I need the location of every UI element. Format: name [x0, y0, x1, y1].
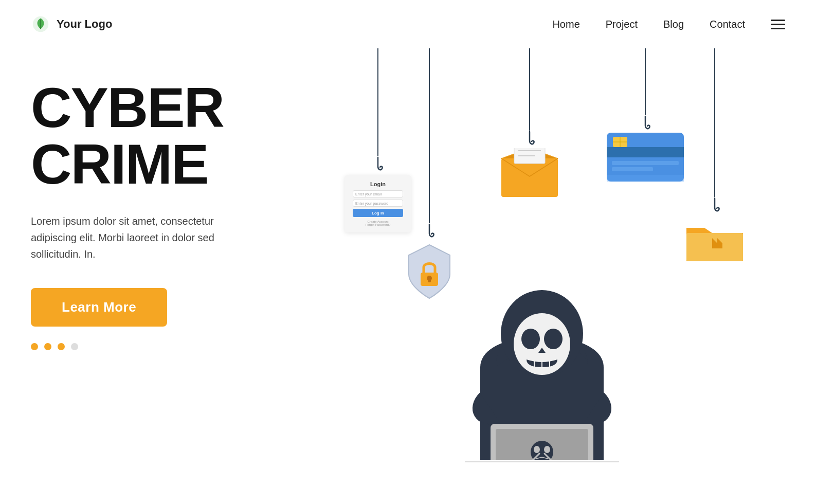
hook-icon-5: [709, 197, 721, 213]
login-button-illustration: Log In: [353, 209, 403, 217]
svg-rect-17: [607, 175, 684, 182]
main-content: CYBER CRIME Lorem ipsum dolor sit amet, …: [0, 48, 816, 501]
svg-point-30: [534, 446, 540, 453]
dot-3[interactable]: [58, 343, 65, 350]
left-panel: CYBER CRIME Lorem ipsum dolor sit amet, …: [31, 48, 298, 350]
folder-icon: [684, 215, 746, 266]
hacker-figure: [470, 264, 614, 460]
svg-rect-13: [612, 167, 653, 171]
envelope-icon: [499, 148, 560, 200]
hanging-folder: [684, 48, 746, 266]
hanging-shield: [401, 48, 458, 302]
hanging-creditcard: [607, 48, 684, 184]
svg-point-23: [544, 329, 563, 349]
svg-rect-19: [712, 243, 722, 248]
nav-project[interactable]: Project: [606, 19, 638, 30]
illustration-area: Login Enter your email Enter your passwo…: [298, 48, 785, 501]
carousel-dots: [31, 343, 298, 350]
hook-icon-1: [372, 156, 384, 172]
svg-point-22: [521, 329, 540, 349]
svg-rect-11: [607, 147, 684, 157]
hook-icon-2: [423, 223, 436, 239]
password-placeholder: Enter your password: [353, 200, 403, 207]
main-nav: Home Project Blog Contact: [552, 19, 785, 30]
dot-4[interactable]: [71, 343, 78, 350]
shield-lock-icon: [401, 241, 458, 302]
login-links: Create Account Forgot Password?: [353, 220, 403, 226]
hero-title: CYBER CRIME: [31, 79, 298, 192]
logo-icon: [31, 14, 50, 34]
hook-icon-4: [639, 115, 651, 131]
logo-text: Your Logo: [57, 17, 112, 31]
hamburger-menu[interactable]: [771, 20, 785, 29]
table-surface: [465, 461, 619, 462]
svg-rect-12: [612, 161, 679, 165]
email-placeholder: Enter your email: [353, 190, 403, 197]
learn-more-button[interactable]: Learn More: [31, 288, 167, 327]
credit-card-icon: [607, 133, 684, 184]
dot-2[interactable]: [44, 343, 51, 350]
logo: Your Logo: [31, 14, 112, 34]
hanging-envelope: [499, 48, 560, 200]
svg-point-31: [544, 446, 550, 453]
dot-1[interactable]: [31, 343, 38, 350]
hook-icon-3: [523, 131, 536, 146]
svg-rect-4: [428, 278, 431, 282]
nav-contact[interactable]: Contact: [710, 19, 745, 30]
nav-home[interactable]: Home: [552, 19, 579, 30]
hero-description: Lorem ipsum dolor sit amet, consectetur …: [31, 213, 252, 262]
nav-blog[interactable]: Blog: [663, 19, 684, 30]
